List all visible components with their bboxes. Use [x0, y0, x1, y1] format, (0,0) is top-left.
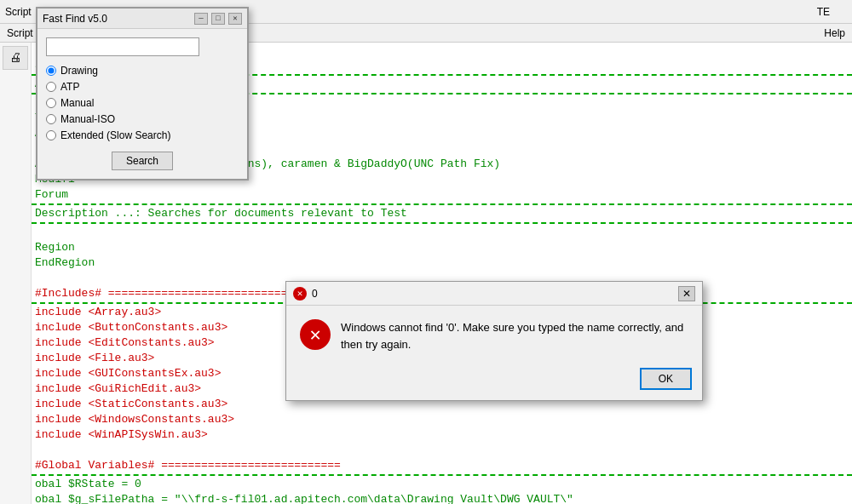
radio-group: Drawing ATP Manual Manual-ISO Extended (… — [46, 65, 239, 141]
radio-manual[interactable]: Manual — [46, 97, 239, 109]
error-icon-large: ✕ — [300, 319, 331, 350]
error-icon-small: ✕ — [293, 287, 307, 301]
code-line: include <WinAPISysWin.au3> — [32, 427, 852, 443]
code-line: #Global Variables# =====================… — [32, 458, 852, 473]
error-dialog-titlebar: ✕ 0 ✕ — [286, 282, 702, 306]
menu-help[interactable]: Help — [824, 27, 845, 39]
error-dialog-title: 0 — [312, 288, 318, 300]
code-line: Region — [32, 240, 852, 255]
fast-find-body: Drawing ATP Manual Manual-ISO Extended (… — [37, 29, 247, 179]
fast-find-titlebar: Fast Find v5.0 — □ ✕ — [37, 9, 247, 29]
code-line: include <WindowsConstants.au3> — [32, 412, 852, 427]
dashed-separator — [32, 222, 852, 224]
radio-drawing-input[interactable] — [46, 66, 56, 76]
error-dialog: ✕ 0 ✕ ✕ Windows cannot find '0'. Make su… — [285, 281, 703, 401]
print-icon[interactable]: 🖨 — [3, 46, 28, 70]
search-input-container — [46, 37, 239, 56]
search-button[interactable]: Search — [112, 152, 173, 170]
radio-atp[interactable]: ATP — [46, 81, 239, 93]
radio-manual-iso-label: Manual-ISO — [60, 113, 115, 125]
radio-manual-label: Manual — [60, 97, 94, 109]
code-line: EndRegion — [32, 255, 852, 271]
radio-manual-input[interactable] — [46, 98, 56, 108]
code-line: Forum — [32, 187, 852, 203]
radio-manual-iso[interactable]: Manual-ISO — [46, 113, 239, 125]
menu-script[interactable]: Script — [7, 27, 33, 39]
close-button[interactable]: ✕ — [228, 13, 242, 25]
fast-find-dialog: Fast Find v5.0 — □ ✕ Drawing ATP Manu — [36, 7, 249, 180]
search-input[interactable] — [46, 37, 199, 56]
radio-extended-input[interactable] — [46, 130, 56, 140]
dashed-separator — [32, 474, 852, 476]
error-title-left: ✕ 0 — [293, 287, 318, 301]
top-right-label: TE — [817, 6, 830, 18]
radio-drawing[interactable]: Drawing — [46, 65, 239, 77]
app-name-label: Script — [5, 6, 32, 18]
radio-extended-label: Extended (Slow Search) — [60, 129, 170, 141]
fast-find-title: Fast Find v5.0 — [43, 13, 107, 25]
code-line — [32, 443, 852, 458]
code-line: Description ...: Searches for documents … — [32, 206, 852, 221]
dashed-separator — [32, 203, 852, 205]
error-message-text: Windows cannot find '0'. Make sure you t… — [341, 319, 688, 352]
line-numbers-sidebar: 🖨 — [0, 43, 32, 504]
radio-manual-iso-input[interactable] — [46, 114, 56, 124]
radio-atp-input[interactable] — [46, 82, 56, 92]
radio-atp-label: ATP — [60, 81, 79, 93]
maximize-button[interactable]: □ — [211, 13, 225, 25]
titlebar-buttons: — □ ✕ — [194, 13, 242, 25]
code-line: obal $g_sFilePatha = "\\frd-s-fil01.ad.a… — [32, 492, 852, 504]
ok-button[interactable]: OK — [640, 368, 692, 390]
minimize-button[interactable]: — — [194, 13, 208, 25]
radio-extended[interactable]: Extended (Slow Search) — [46, 129, 239, 141]
radio-drawing-label: Drawing — [60, 65, 98, 77]
code-line — [32, 225, 852, 240]
error-close-button[interactable]: ✕ — [678, 286, 695, 301]
code-line: obal $RState = 0 — [32, 477, 852, 492]
error-dialog-body: ✕ Windows cannot find '0'. Make sure you… — [286, 306, 702, 363]
error-dialog-footer: OK — [286, 363, 702, 400]
